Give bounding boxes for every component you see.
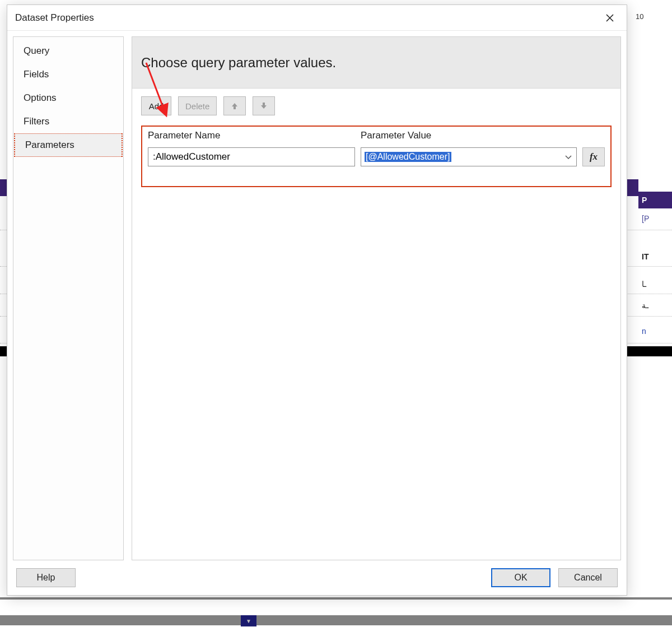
close-icon [606,14,614,22]
parameter-value-select[interactable]: [@AllowedCustomer] [361,147,577,166]
parameters-table: Parameter Name Parameter Value [@Allowed… [141,126,612,187]
dataset-properties-dialog: Dataset Properties Query Fields Options … [7,4,627,596]
ok-button[interactable]: OK [491,568,550,587]
arrow-down-icon [260,102,268,110]
fx-icon: fx [590,151,598,162]
column-parameter-name: Parameter Name [148,130,361,141]
parameters-header: Parameter Name Parameter Value [142,127,610,147]
column-parameter-value: Parameter Value [361,130,605,141]
bg-cell-a: ـا [638,276,672,292]
close-button[interactable] [599,8,621,27]
toolbar: Add Delete [141,96,612,115]
help-button[interactable]: Help [16,568,76,587]
parameter-value-selected: [@AllowedCustomer] [365,152,451,162]
add-button[interactable]: Add [141,96,171,115]
bg-right-number: 10 [636,12,643,21]
dialog-title: Dataset Properties [15,12,599,24]
content-pane: Choose query parameter values. Add Delet… [132,36,621,560]
titlebar: Dataset Properties [7,5,627,31]
bg-col-header2: IT [638,248,672,265]
nav-item-filters[interactable]: Filters [13,110,123,133]
nav-item-query[interactable]: Query [13,39,123,63]
dropdown-icon: ▼ [241,615,256,626]
bg-cell-b: ـة [638,297,672,314]
bg-col-header: P [638,192,672,208]
cancel-button[interactable]: Cancel [558,568,618,587]
nav-item-parameters[interactable]: Parameters [14,133,123,157]
move-up-button[interactable] [223,96,246,115]
chevron-down-icon [565,152,572,161]
fx-button[interactable]: fx [582,147,605,166]
nav-item-options[interactable]: Options [13,86,123,110]
move-down-button[interactable] [253,96,275,115]
content-heading: Choose query parameter values. [132,37,620,89]
nav-pane: Query Fields Options Filters Parameters [13,36,124,560]
arrow-up-icon [231,102,239,110]
dialog-footer: Help OK Cancel [7,560,627,595]
delete-button[interactable]: Delete [178,96,217,115]
bg-cell-c: n [638,323,672,340]
parameter-row: [@AllowedCustomer] fx [142,147,610,172]
nav-item-fields[interactable]: Fields [13,63,123,86]
bg-cell: [P [638,210,672,227]
background-bottom-strip: ▼ [0,597,672,625]
parameter-name-input[interactable] [148,147,355,166]
